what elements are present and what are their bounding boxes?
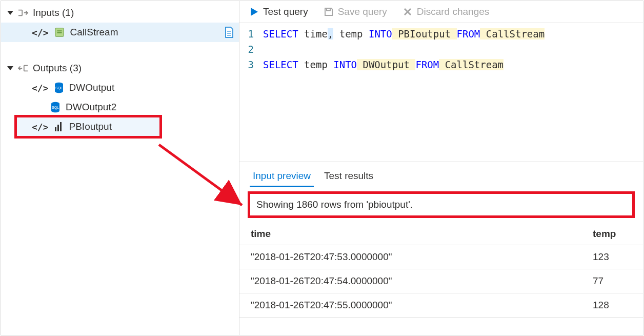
sql-db-icon: SQL	[50, 102, 61, 113]
caret-down-icon	[7, 11, 13, 15]
input-icon	[17, 8, 29, 17]
svg-rect-7	[55, 127, 56, 131]
query-editor[interactable]: 1 SELECT time, temp INTO PBIoutput FROM …	[239, 23, 643, 162]
svg-text:SQL: SQL	[52, 106, 59, 110]
line-number: 3	[243, 57, 263, 72]
tab-input-preview[interactable]: Input preview	[250, 168, 314, 187]
svg-rect-9	[60, 122, 62, 131]
line-number: 2	[243, 42, 263, 57]
caret-down-icon	[7, 66, 13, 70]
tab-test-results[interactable]: Test results	[321, 168, 376, 187]
inputs-group-header[interactable]: Inputs (1)	[1, 3, 239, 23]
toolbar: Test query Save query Discard changes	[239, 1, 643, 23]
table-row[interactable]: "2018-01-26T20:47:54.0000000"77	[239, 269, 643, 293]
sidebar-item-callstream[interactable]: </> CallStream	[1, 23, 239, 42]
output-icon	[17, 64, 29, 73]
save-query-button: Save query	[324, 6, 387, 17]
discard-changes-label: Discard changes	[417, 6, 490, 17]
sidebar-item-dwoutput[interactable]: </> SQL DWOutput	[1, 78, 239, 97]
sidebar-item-label: DWOutput	[69, 82, 234, 93]
sidebar-item-pbioutput[interactable]: </> PBIoutput	[16, 117, 160, 136]
sidebar-item-dwoutput2[interactable]: SQL DWOutput2	[1, 97, 239, 117]
outputs-group-header[interactable]: Outputs (3)	[1, 58, 239, 78]
play-icon	[249, 7, 259, 17]
close-icon	[402, 7, 413, 17]
sidebar-item-label: DWOutput2	[66, 102, 234, 113]
test-query-label: Test query	[263, 6, 308, 17]
svg-rect-2	[57, 32, 62, 33]
save-query-label: Save query	[338, 6, 387, 17]
line-number: 1	[243, 26, 263, 42]
col-time[interactable]: time	[239, 223, 581, 245]
col-temp[interactable]: temp	[581, 223, 643, 245]
panel-tabs: Input preview Test results	[239, 162, 643, 189]
inputs-group-label: Inputs (1)	[33, 7, 74, 18]
code-line: SELECT time, temp INTO PBIoutput FROM Ca…	[263, 26, 545, 42]
code-icon: </>	[32, 27, 49, 38]
content: Test query Save query Discard changes 1 …	[239, 1, 643, 335]
outputs-group-label: Outputs (3)	[33, 63, 82, 74]
powerbi-icon	[54, 121, 64, 132]
svg-rect-1	[57, 30, 62, 31]
code-icon: </>	[32, 122, 49, 132]
svg-text:SQL: SQL	[55, 86, 63, 90]
results-table: time temp "2018-01-26T20:47:53.0000000"1…	[239, 223, 643, 318]
sidebar: Inputs (1) </> CallStream Outputs (3) </…	[1, 1, 239, 335]
svg-rect-10	[327, 8, 330, 11]
table-row[interactable]: "2018-01-26T20:47:53.0000000"123	[239, 245, 643, 269]
code-icon: </>	[32, 83, 49, 93]
document-icon	[225, 27, 234, 38]
discard-changes-button: Discard changes	[402, 6, 490, 17]
sql-db-icon: SQL	[54, 82, 64, 93]
sidebar-item-label: CallStream	[70, 27, 219, 38]
save-icon	[324, 7, 334, 17]
code-line: SELECT temp INTO DWOutput FROM CallStrea…	[263, 57, 504, 72]
stream-icon	[54, 27, 65, 38]
results-panel: Input preview Test results Showing 1860 …	[239, 162, 643, 335]
sidebar-item-label: PBIoutput	[69, 121, 155, 132]
test-query-button[interactable]: Test query	[249, 6, 308, 17]
table-row[interactable]: "2018-01-26T20:47:55.0000000"128	[239, 293, 643, 318]
svg-rect-8	[57, 125, 59, 131]
results-status: Showing 1860 rows from 'pbioutput'.	[248, 191, 635, 218]
